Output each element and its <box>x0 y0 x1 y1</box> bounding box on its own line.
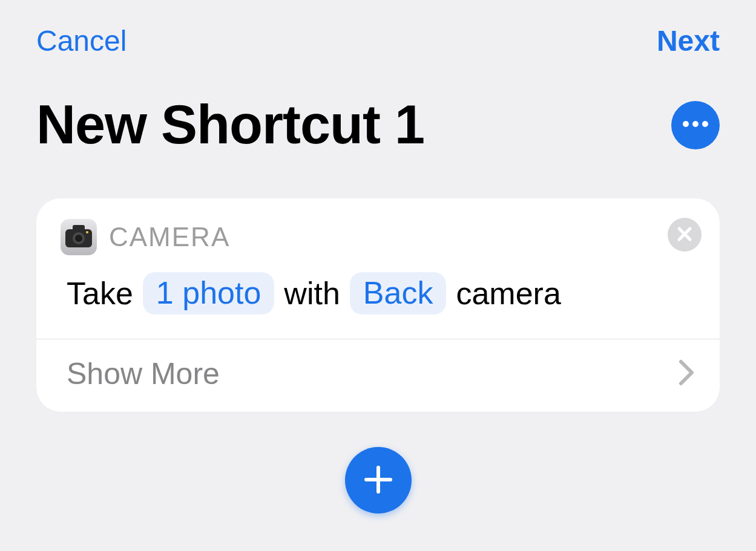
action-word-with: with <box>284 275 340 311</box>
remove-action-button[interactable] <box>668 218 702 252</box>
svg-point-1 <box>692 121 698 127</box>
action-word-take: Take <box>67 275 133 311</box>
action-card: CAMERA Take 1 photo with Back camera Sho… <box>36 198 720 412</box>
top-nav-bar: Cancel Next <box>0 0 756 57</box>
action-word-camera: camera <box>456 275 560 311</box>
svg-point-2 <box>702 121 708 127</box>
add-action-button[interactable] <box>345 447 412 514</box>
svg-point-7 <box>75 235 82 242</box>
next-button[interactable]: Next <box>657 24 720 57</box>
svg-rect-5 <box>73 225 85 231</box>
page-title: New Shortcut 1 <box>36 94 424 156</box>
svg-point-0 <box>683 121 689 127</box>
cancel-button[interactable]: Cancel <box>36 24 127 57</box>
add-action-wrap <box>0 447 756 514</box>
camera-side-parameter[interactable]: Back <box>350 272 447 315</box>
svg-point-8 <box>86 231 88 233</box>
title-row: New Shortcut 1 <box>0 57 756 156</box>
more-options-button[interactable] <box>671 101 720 149</box>
ellipsis-icon <box>682 120 709 129</box>
show-more-label: Show More <box>67 356 220 391</box>
close-icon <box>677 226 692 244</box>
chevron-right-icon <box>679 359 695 388</box>
action-description-row: Take 1 photo with Back camera <box>36 255 720 339</box>
photo-count-parameter[interactable]: 1 photo <box>143 272 275 315</box>
plus-icon <box>363 464 394 497</box>
action-app-label: CAMERA <box>109 222 230 252</box>
camera-app-icon <box>61 219 97 255</box>
action-card-header: CAMERA <box>36 198 720 255</box>
show-more-button[interactable]: Show More <box>36 339 720 412</box>
